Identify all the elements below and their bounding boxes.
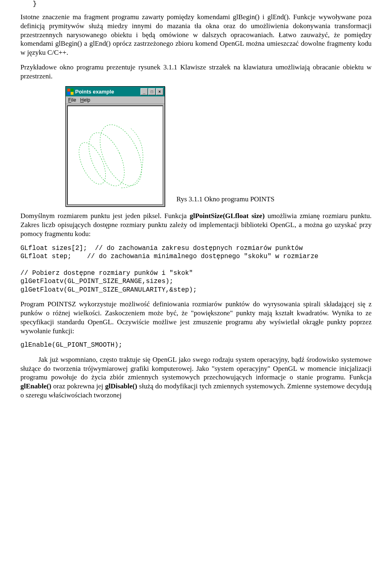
menu-file[interactable]: File bbox=[68, 97, 76, 103]
spiral-points-icon bbox=[68, 106, 163, 203]
fn-gldisable: glDisable() bbox=[105, 382, 137, 390]
windows-logo-icon bbox=[67, 88, 74, 95]
code-fragment-brace: } bbox=[33, 0, 372, 8]
window-points-example: Points example _ □ × File Help bbox=[65, 86, 165, 207]
figure-caption: Rys 3.1.1 Okno programu POINTS bbox=[176, 195, 274, 207]
minimize-button[interactable]: _ bbox=[140, 88, 148, 95]
window-title-text: Points example bbox=[75, 89, 140, 95]
window-titlebar: Points example _ □ × bbox=[66, 87, 165, 96]
fn-glpointsize: glPointSize(GLfloat size) bbox=[189, 212, 265, 220]
figure-points-window: Points example _ □ × File Help bbox=[20, 86, 372, 207]
para4c: oraz pokrewna jej bbox=[51, 382, 105, 390]
svg-point-2 bbox=[91, 118, 150, 192]
paragraph-example-window: Przykładowe okno programu prezentuje rys… bbox=[20, 63, 372, 81]
menu-help[interactable]: Help bbox=[80, 97, 90, 103]
para2a: Domyślnym rozmiarem punktu jest jeden pi… bbox=[20, 212, 189, 220]
code-block-sizes: GLfloat sizes[2]; // do zachowania zakre… bbox=[20, 244, 372, 294]
svg-point-1 bbox=[82, 127, 132, 191]
code-block-glenable: glEnable(GL_PIONT_SMOOTH); bbox=[20, 341, 372, 349]
menu-file-rest: ile bbox=[71, 97, 76, 103]
window-canvas bbox=[67, 105, 163, 205]
paragraph-pointsz: Program POINTSZ wykorzystuje możliwość d… bbox=[20, 300, 372, 335]
fn-glenable: glEnable() bbox=[20, 382, 51, 390]
paragraph-pointsize: Domyślnym rozmiarem punktu jest jeden pi… bbox=[20, 212, 372, 238]
menu-help-rest: elp bbox=[84, 97, 90, 103]
para4a: Jak już wspomniano, często traktuje się … bbox=[20, 356, 372, 381]
svg-point-0 bbox=[74, 139, 111, 188]
window-menubar: File Help bbox=[66, 96, 165, 104]
close-button[interactable]: × bbox=[156, 88, 163, 95]
paragraph-system: Jak już wspomniano, często traktuje się … bbox=[20, 355, 372, 400]
paragraph-intro: Istotne znaczenie ma fragment programu z… bbox=[20, 13, 372, 57]
maximize-button[interactable]: □ bbox=[148, 88, 156, 95]
para1-text: Istotne znaczenie ma fragment programu z… bbox=[20, 13, 372, 56]
